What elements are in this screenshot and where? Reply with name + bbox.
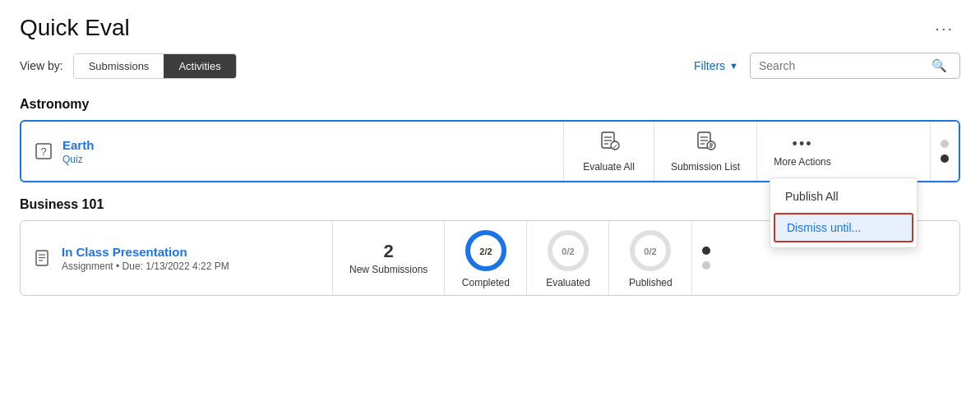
card-name-earth[interactable]: Earth (62, 138, 94, 152)
assignment-type: Assignment (62, 261, 113, 272)
view-by-label: View by: (20, 59, 63, 72)
svg-text:2/2: 2/2 (479, 247, 492, 256)
search-button[interactable]: 🔍 (931, 58, 947, 73)
evaluate-all-button[interactable]: ✓ Evaluate All (564, 122, 654, 181)
evaluated-label: Evaluated (546, 277, 589, 288)
dot-top-presentation (702, 247, 710, 255)
new-submissions-number: 2 (384, 241, 394, 262)
new-submissions-label: New Submissions (349, 264, 428, 275)
card-info-presentation: In Class Presentation Assignment • Due: … (62, 245, 229, 272)
submission-list-icon (694, 130, 717, 158)
dot-bottom-earth (941, 154, 949, 163)
completed-label: Completed (462, 277, 510, 288)
evaluate-all-label: Evaluate All (583, 161, 635, 173)
more-actions-icon: ••• (793, 136, 813, 153)
card-info-earth: Earth Quiz (62, 138, 94, 165)
toggle-group: Submissions Activities (73, 53, 237, 79)
toolbar-row: View by: Submissions Activities Filters … (20, 53, 960, 79)
due-date: Due: 1/13/2022 4:22 PM (122, 261, 229, 272)
page-more-actions-button[interactable]: ··· (928, 16, 960, 41)
filters-button[interactable]: Filters ▼ (694, 59, 738, 72)
completed-donut: 2/2 Completed (445, 221, 527, 295)
submission-list-label: Submission List (671, 161, 740, 173)
more-actions-button[interactable]: ••• More Actions (757, 127, 848, 176)
activity-card-earth: ? Earth Quiz (20, 120, 960, 182)
section-astronomy-title: Astronomy (20, 97, 960, 112)
right-controls: Filters ▼ 🔍 (694, 53, 960, 79)
section-astronomy: Astronomy ? Earth Quiz (20, 97, 960, 182)
toggle-submissions-button[interactable]: Submissions (74, 54, 164, 78)
published-label: Published (629, 277, 673, 288)
published-donut: 0/2 Published (609, 221, 691, 295)
card-main-earth: ? Earth Quiz (21, 122, 564, 181)
page-title: Quick Eval (20, 15, 130, 41)
view-by-group: View by: Submissions Activities (20, 53, 237, 79)
svg-text:0/2: 0/2 (645, 247, 657, 256)
svg-text:?: ? (40, 145, 46, 158)
card-name-presentation[interactable]: In Class Presentation (62, 245, 229, 259)
evaluate-all-icon: ✓ (598, 130, 621, 158)
svg-text:✓: ✓ (612, 143, 617, 150)
quiz-icon: ? (35, 142, 53, 160)
header-row: Quick Eval ··· (20, 15, 960, 41)
more-actions-label: More Actions (774, 156, 830, 168)
card-main-presentation: In Class Presentation Assignment • Due: … (21, 221, 333, 295)
page-container: Quick Eval ··· View by: Submissions Acti… (0, 0, 980, 296)
dropdown-menu-earth: Publish All Dismiss until... (770, 178, 918, 248)
evaluated-donut: 0/2 Evaluated (527, 221, 609, 295)
svg-text:0/2: 0/2 (562, 247, 574, 256)
card-sub-earth: Quiz (62, 154, 94, 165)
card-sub-presentation: Assignment • Due: 1/13/2022 4:22 PM (62, 261, 229, 272)
toggle-activities-button[interactable]: Activities (164, 54, 235, 78)
card-actions-earth: ✓ Evaluate All (564, 122, 930, 181)
card-row-earth: ? Earth Quiz (21, 122, 959, 181)
dot-top-earth (941, 140, 949, 148)
search-box: 🔍 (750, 53, 960, 79)
card-side-earth (930, 122, 959, 181)
search-input[interactable] (759, 59, 931, 72)
chevron-down-icon: ▼ (729, 61, 738, 71)
card-side-presentation (691, 221, 720, 295)
assignment-icon (34, 249, 52, 267)
dropdown-dismiss-until[interactable]: Dismiss until... (774, 213, 913, 242)
dropdown-publish-all[interactable]: Publish All (770, 182, 917, 211)
filters-label: Filters (694, 59, 725, 72)
dot-bottom-presentation (702, 261, 710, 270)
new-submissions-stat: 2 New Submissions (333, 221, 445, 295)
submission-list-button[interactable]: Submission List (654, 122, 757, 181)
